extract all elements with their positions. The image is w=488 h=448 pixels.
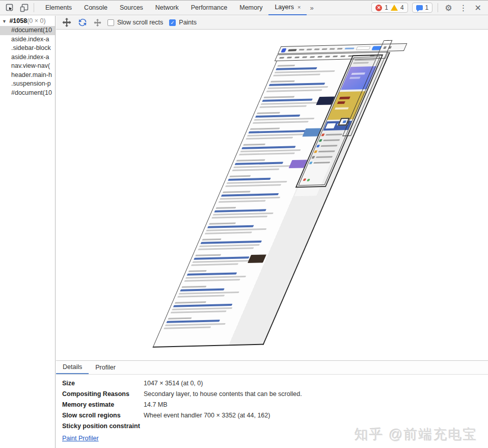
text-line [243, 144, 265, 146]
text-line [239, 152, 295, 155]
details-row-label: Slow scroll regions [56, 412, 144, 419]
layer-tree-root[interactable]: ▼ #1058(0 × 0) [0, 16, 55, 26]
device-toolbar-icon[interactable] [18, 3, 30, 13]
settings-gear-icon[interactable]: ⚙ [443, 3, 453, 13]
text-line [270, 81, 295, 83]
text-line [266, 89, 322, 92]
checkbox-unchecked [107, 19, 114, 26]
text-line [180, 288, 225, 292]
text-line [241, 146, 296, 149]
text-line [240, 149, 301, 152]
page-result-entry [177, 284, 255, 298]
text-line [288, 49, 297, 51]
layer-tree-items: #document(10aside.index-a.sidebar-blocka… [0, 26, 55, 97]
text-line [187, 272, 237, 275]
checkbox-checked: ✓ [169, 19, 176, 26]
text-line [267, 86, 328, 89]
text-line [205, 232, 252, 234]
text-line [277, 65, 295, 67]
details-row: Sticky position constraint [56, 420, 488, 431]
slow-scroll-rects-label: Slow scroll rects [117, 19, 163, 26]
text-line [340, 56, 345, 57]
page-result-entry [232, 158, 309, 171]
text-line [274, 70, 335, 73]
tab-sources[interactable]: Sources [114, 1, 149, 15]
text-line [173, 304, 233, 307]
page-result-entry [246, 126, 323, 140]
layer-tree-item[interactable]: .suspension-p [0, 80, 55, 89]
text-line [276, 67, 317, 70]
text-line [202, 239, 221, 241]
text-line [198, 247, 254, 250]
text-line [185, 276, 246, 279]
text-line [255, 115, 301, 118]
layer-tree-item[interactable]: #document(10 [0, 26, 55, 35]
text-line [333, 56, 338, 57]
reset-transform-icon[interactable] [94, 19, 101, 27]
message-bubble-icon [416, 5, 423, 10]
tab-console[interactable]: Console [78, 1, 114, 15]
text-line [200, 241, 262, 244]
details-row: Compositing ReasonsSecondary layer, to h… [56, 388, 488, 399]
tab-network[interactable]: Network [149, 1, 185, 15]
messages-badge[interactable]: 1 [412, 3, 433, 13]
layer-tree-item[interactable]: header.main-h [0, 71, 55, 80]
pan-mode-icon[interactable] [62, 18, 71, 27]
details-row: Size1047 × 3514 (at 0, 0) [56, 378, 488, 388]
page-result-entry [218, 190, 295, 203]
devtools-tabbar: Elements Console Sources Network Perform… [0, 0, 488, 15]
text-line [248, 130, 308, 134]
text-line [194, 256, 250, 260]
page-result-entry [239, 142, 316, 155]
slow-scroll-rects-checkbox[interactable]: Slow scroll rects [107, 19, 163, 26]
rotate-mode-icon[interactable] [77, 18, 88, 27]
paints-checkbox[interactable]: ✓ Paints [169, 19, 197, 26]
layer-tree-item[interactable]: aside.index-a [0, 53, 55, 62]
layer-tree-item[interactable]: #document(10 [0, 89, 55, 98]
details-row: Memory estimate14.7 MB [56, 399, 488, 410]
page-result-entry [259, 95, 337, 108]
details-rows: Size1047 × 3514 (at 0, 0)Compositing Rea… [56, 375, 488, 431]
tab-layers[interactable]: Layers × [268, 1, 307, 15]
warning-count: 4 [400, 4, 404, 11]
page-result-entry [273, 63, 350, 76]
overflow-menu-icon[interactable]: ⋮ [458, 3, 469, 13]
text-line [356, 46, 371, 50]
tab-memory[interactable]: Memory [233, 1, 268, 15]
text-line [314, 48, 319, 50]
text-line [261, 102, 321, 105]
text-line [281, 48, 286, 52]
more-tabs-icon[interactable]: » [307, 4, 316, 12]
tree-expander-icon[interactable]: ▼ [2, 16, 7, 26]
text-line [207, 225, 254, 228]
text-line [165, 323, 226, 326]
layer-tree-item[interactable]: .sidebar-block [0, 44, 55, 53]
tab-close-icon[interactable]: × [297, 4, 301, 10]
details-tabs: Details Profiler [56, 361, 488, 375]
details-row-label: Memory estimate [56, 401, 144, 408]
console-issues-badge[interactable]: ✕ 1 4 [371, 3, 408, 13]
text-line [262, 98, 313, 101]
message-count: 1 [425, 4, 429, 11]
layer-tree-item[interactable]: aside.index-a [0, 35, 55, 44]
text-line [236, 159, 265, 161]
tab-elements[interactable]: Elements [39, 1, 78, 15]
close-devtools-icon[interactable]: ✕ [473, 3, 483, 13]
details-row-value: 14.7 MB [144, 401, 168, 408]
paint-profiler-link[interactable]: Paint Profiler [62, 435, 99, 442]
details-row: Slow scroll regionsWheel event handler 7… [56, 410, 488, 420]
text-line [199, 244, 260, 247]
tab-details[interactable]: Details [56, 361, 89, 374]
text-line [250, 127, 280, 129]
tab-profiler[interactable]: Profiler [89, 361, 122, 374]
page-result-entry [191, 253, 268, 266]
tab-performance[interactable]: Performance [185, 1, 234, 15]
text-line [164, 327, 211, 329]
error-icon: ✕ [375, 5, 382, 11]
text-line [191, 263, 238, 266]
inspect-element-icon[interactable] [4, 3, 15, 13]
layer-tree-item[interactable]: nav.view-nav( [0, 62, 55, 71]
text-line [178, 292, 239, 295]
text-line [206, 228, 266, 231]
layers-3d-view[interactable] [56, 30, 488, 360]
